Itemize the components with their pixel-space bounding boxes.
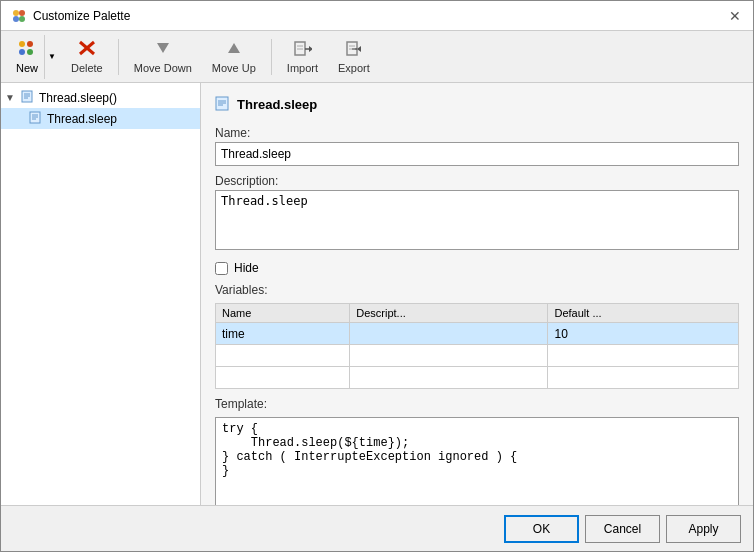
tree-child-item[interactable]: Thread.sleep bbox=[1, 108, 200, 129]
svg-point-0 bbox=[13, 10, 19, 16]
table-row[interactable]: time 10 bbox=[216, 323, 739, 345]
panel-title-row: Thread.sleep bbox=[215, 95, 739, 114]
var-default-cell: 10 bbox=[548, 323, 739, 345]
template-textarea[interactable]: try { Thread.sleep(${time}); } catch ( I… bbox=[215, 417, 739, 505]
export-button-label: Export bbox=[338, 62, 370, 74]
tree-toggle-icon: ▼ bbox=[5, 92, 17, 103]
new-button-group[interactable]: New ▼ bbox=[9, 35, 60, 79]
apply-button[interactable]: Apply bbox=[666, 515, 741, 543]
hide-label: Hide bbox=[234, 261, 259, 275]
title-bar: Customize Palette ✕ bbox=[1, 1, 753, 31]
title-bar-left: Customize Palette bbox=[11, 8, 130, 24]
svg-point-6 bbox=[19, 49, 25, 55]
template-label: Template: bbox=[215, 397, 739, 411]
name-input[interactable] bbox=[215, 142, 739, 166]
import-button-label: Import bbox=[287, 62, 318, 74]
tree-child-icon bbox=[29, 110, 43, 127]
export-button[interactable]: Export bbox=[329, 35, 379, 79]
var-default-cell bbox=[548, 345, 739, 367]
description-textarea[interactable]: Thread.sleep bbox=[215, 190, 739, 250]
var-desc-cell bbox=[350, 367, 548, 389]
col-header-name: Name bbox=[216, 304, 350, 323]
var-name-cell bbox=[216, 367, 350, 389]
svg-marker-10 bbox=[157, 43, 169, 53]
export-icon bbox=[344, 40, 364, 62]
col-header-default: Default ... bbox=[548, 304, 739, 323]
move-down-button[interactable]: Move Down bbox=[125, 35, 201, 79]
toolbar-separator-1 bbox=[118, 39, 119, 75]
template-section: Template: try { Thread.sleep(${time}); }… bbox=[215, 397, 739, 505]
import-icon bbox=[292, 40, 312, 62]
name-label: Name: bbox=[215, 126, 739, 140]
dialog-title: Customize Palette bbox=[33, 9, 130, 23]
var-name-cell bbox=[216, 345, 350, 367]
import-button[interactable]: Import bbox=[278, 35, 327, 79]
svg-point-3 bbox=[19, 16, 25, 22]
panel-title-icon bbox=[215, 95, 231, 114]
tree-parent-icon bbox=[21, 89, 35, 106]
var-desc-cell bbox=[350, 323, 548, 345]
customize-palette-dialog: Customize Palette ✕ New ▼ bbox=[0, 0, 754, 552]
var-name-cell: time bbox=[216, 323, 350, 345]
right-panel: Thread.sleep Name: Description: Thread.s… bbox=[201, 83, 753, 505]
move-up-button-label: Move Up bbox=[212, 62, 256, 74]
delete-button-label: Delete bbox=[71, 62, 103, 74]
new-main-button[interactable]: New bbox=[10, 35, 44, 79]
panel-title-text: Thread.sleep bbox=[237, 97, 317, 112]
svg-marker-11 bbox=[228, 43, 240, 53]
cancel-button[interactable]: Cancel bbox=[585, 515, 660, 543]
svg-marker-14 bbox=[309, 46, 312, 52]
table-row[interactable] bbox=[216, 345, 739, 367]
name-field-section: Name: bbox=[215, 126, 739, 166]
description-field-section: Description: Thread.sleep bbox=[215, 174, 739, 253]
delete-button[interactable]: Delete bbox=[62, 35, 112, 79]
var-desc-cell bbox=[350, 345, 548, 367]
bottom-bar: OK Cancel Apply bbox=[1, 505, 753, 551]
description-label: Description: bbox=[215, 174, 739, 188]
hide-row: Hide bbox=[215, 261, 739, 275]
new-button-label: New bbox=[16, 62, 38, 74]
tree-child-label: Thread.sleep bbox=[47, 112, 117, 126]
var-default-cell bbox=[548, 367, 739, 389]
move-up-icon bbox=[224, 39, 244, 62]
ok-button[interactable]: OK bbox=[504, 515, 579, 543]
toolbar: New ▼ Delete Move Down bbox=[1, 31, 753, 83]
variables-label: Variables: bbox=[215, 283, 739, 297]
app-icon bbox=[11, 8, 27, 24]
left-panel: ▼ Thread.sleep() bbox=[1, 83, 201, 505]
move-down-button-label: Move Down bbox=[134, 62, 192, 74]
svg-point-1 bbox=[19, 10, 25, 16]
tree-parent-label: Thread.sleep() bbox=[39, 91, 117, 105]
variables-section: Variables: Name Descript... Default ... … bbox=[215, 283, 739, 389]
table-row[interactable] bbox=[216, 367, 739, 389]
new-dropdown-arrow[interactable]: ▼ bbox=[44, 35, 59, 79]
svg-point-7 bbox=[27, 49, 33, 55]
dropdown-arrow-icon: ▼ bbox=[48, 52, 56, 61]
main-content: ▼ Thread.sleep() bbox=[1, 83, 753, 505]
svg-point-4 bbox=[19, 41, 25, 47]
col-header-description: Descript... bbox=[350, 304, 548, 323]
svg-point-2 bbox=[13, 16, 19, 22]
toolbar-separator-2 bbox=[271, 39, 272, 75]
move-up-button[interactable]: Move Up bbox=[203, 35, 265, 79]
hide-checkbox[interactable] bbox=[215, 262, 228, 275]
move-down-icon bbox=[153, 39, 173, 62]
variables-table: Name Descript... Default ... time 10 bbox=[215, 303, 739, 389]
tree-parent-item[interactable]: ▼ Thread.sleep() bbox=[1, 87, 200, 108]
svg-point-5 bbox=[27, 41, 33, 47]
delete-icon bbox=[77, 39, 97, 62]
close-button[interactable]: ✕ bbox=[727, 8, 743, 24]
new-icon bbox=[17, 39, 37, 62]
